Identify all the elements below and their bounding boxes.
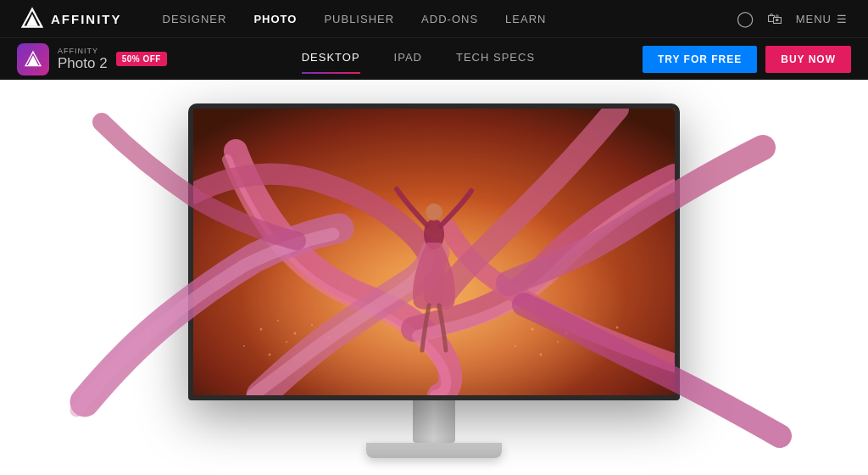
tab-ipad[interactable]: IPAD: [394, 51, 422, 67]
product-name-large: Photo 2: [58, 55, 108, 72]
nav-link-photo[interactable]: PHOTO: [253, 13, 297, 25]
hero-section: [0, 80, 868, 475]
discount-badge: 50% OFF: [116, 52, 167, 66]
hamburger-icon: ☰: [837, 13, 848, 25]
product-name-area: AFFINITY Photo 2: [58, 47, 108, 72]
product-name-small: AFFINITY: [58, 47, 108, 55]
menu-label: MENU: [796, 13, 832, 25]
secondary-navigation: AFFINITY Photo 2 50% OFF DESKTOP IPAD TE…: [0, 37, 868, 80]
svg-marker-3: [28, 55, 38, 65]
nav-link-addons[interactable]: ADD-ONS: [421, 13, 478, 25]
top-nav-right: ◯ 🛍 MENU ☰: [737, 9, 848, 28]
cart-icon[interactable]: 🛍: [767, 10, 782, 28]
product-brand: AFFINITY Photo 2 50% OFF: [17, 43, 167, 75]
account-icon[interactable]: ◯: [737, 9, 754, 28]
top-nav-links: DESIGNER PHOTO PUBLISHER ADD-ONS LEARN: [163, 13, 709, 25]
affinity-logo[interactable]: AFFINITY: [20, 7, 122, 31]
product-logo-icon: [17, 43, 49, 75]
buy-now-button[interactable]: BUY NOW: [765, 46, 851, 73]
monitor-stand-base: [366, 443, 502, 458]
nav-link-publisher[interactable]: PUBLISHER: [324, 13, 394, 25]
tab-desktop[interactable]: DESKTOP: [302, 51, 360, 67]
monitor-display: [180, 103, 688, 468]
monitor-stand-neck: [413, 400, 455, 443]
tab-tech-specs[interactable]: TECH SPECS: [456, 51, 535, 67]
secondary-nav-actions: TRY FOR FREE BUY NOW: [643, 46, 851, 73]
monitor-screen: [193, 109, 675, 395]
secondary-nav-links: DESKTOP IPAD TECH SPECS: [194, 51, 643, 67]
affinity-wordmark: AFFINITY: [51, 12, 122, 26]
svg-rect-26: [193, 109, 675, 395]
nav-link-learn[interactable]: LEARN: [505, 13, 546, 25]
nav-link-designer[interactable]: DESIGNER: [163, 13, 227, 25]
menu-button[interactable]: MENU ☰: [796, 13, 848, 25]
monitor-frame: [188, 103, 680, 400]
top-navigation: AFFINITY DESIGNER PHOTO PUBLISHER ADD-ON…: [0, 0, 868, 37]
try-for-free-button[interactable]: TRY FOR FREE: [643, 46, 757, 73]
